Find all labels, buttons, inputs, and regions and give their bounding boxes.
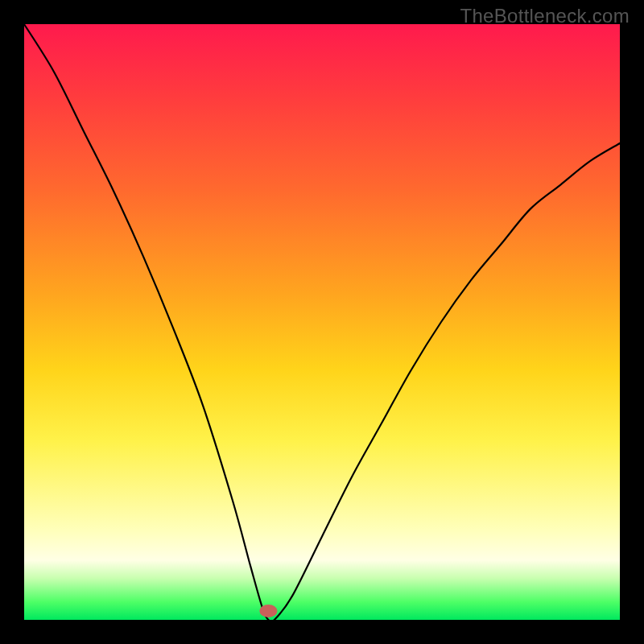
chart-frame: TheBottleneck.com	[0, 0, 644, 644]
optimal-point-marker	[259, 605, 277, 617]
bottleneck-curve	[24, 24, 620, 622]
plot-area	[24, 24, 620, 620]
plot-svg	[24, 24, 620, 620]
